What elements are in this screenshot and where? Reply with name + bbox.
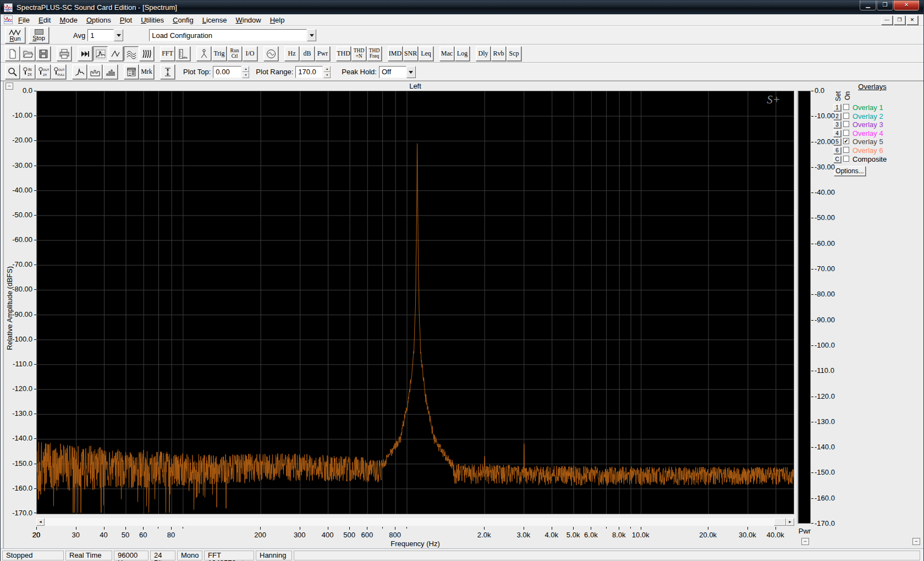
log-button[interactable]: Log <box>455 46 470 61</box>
collapse-meter-button[interactable]: − <box>801 538 809 545</box>
db-units-button[interactable]: dB <box>300 46 315 61</box>
plot-range-input[interactable] <box>295 66 323 78</box>
menu-help[interactable]: Help <box>266 15 289 25</box>
plot-title: Left <box>36 82 794 90</box>
fit-vertical-scale-icon <box>162 67 173 78</box>
plot-range-spinner[interactable]: ▲▼ <box>323 66 331 78</box>
imd-button[interactable]: IMD <box>388 46 403 61</box>
menu-file[interactable]: File <box>14 15 34 25</box>
overlay-set-button-3[interactable]: 3 <box>833 121 841 128</box>
spectrum-client-area: − Left Relative Amplitude (dBFS) S+ ◄ ► … <box>1 81 923 548</box>
fit-vertical-scale-button[interactable] <box>160 64 175 79</box>
save-icon <box>38 48 49 59</box>
time-series-view-button[interactable] <box>108 46 123 61</box>
spectrogram-view-button[interactable] <box>139 46 154 61</box>
menu-utilities[interactable]: Utilities <box>136 15 168 25</box>
trigger-button[interactable]: Trig <box>212 46 227 61</box>
plot-top-input[interactable] <box>213 66 241 78</box>
overlay-checkbox-c[interactable] <box>843 156 849 162</box>
fast-forward-button[interactable] <box>78 46 92 61</box>
macro-button[interactable]: Mac <box>439 46 454 61</box>
calibration-button[interactable] <box>196 46 211 61</box>
new-file-button[interactable] <box>5 46 20 61</box>
save-button[interactable] <box>36 46 51 61</box>
peak-hold-dropdown-arrow[interactable] <box>406 66 416 78</box>
thd-n-button[interactable]: THD+N <box>351 46 366 61</box>
spectrum-plot[interactable]: S+ <box>36 91 794 514</box>
io-device-button[interactable]: I/O <box>243 46 257 61</box>
avg-input[interactable] <box>87 29 114 41</box>
peak-hold-input[interactable] <box>379 66 406 78</box>
overlay-set-button-4[interactable]: 4 <box>833 130 841 137</box>
scroll-right-button[interactable]: ► <box>786 518 794 526</box>
display-options-button[interactable] <box>124 64 139 79</box>
close-button[interactable]: ✕ <box>894 1 919 10</box>
scope-button[interactable]: Scp <box>507 46 521 61</box>
bar-outline-style-button[interactable] <box>87 64 102 79</box>
waterfall-view-button[interactable] <box>124 46 139 61</box>
thd-button[interactable]: THD <box>336 46 351 61</box>
load-configuration-dropdown-arrow[interactable] <box>307 29 316 41</box>
stop-button[interactable]: Stop <box>29 27 49 43</box>
snr-button[interactable]: SNR <box>403 46 418 61</box>
marker-button[interactable]: Mrk <box>139 64 154 79</box>
menu-config[interactable]: Config <box>168 15 198 25</box>
scrollbar-track[interactable] <box>45 518 774 526</box>
y-axis-tick <box>34 464 36 464</box>
overlay-label: Overlay 2 <box>853 112 883 120</box>
overlay-checkbox-6[interactable] <box>843 147 849 153</box>
plot-horizontal-scrollbar[interactable]: ◄ ► <box>36 518 794 526</box>
overlay-row: 4Overlay 4 <box>831 129 923 138</box>
minimize-button[interactable]: ▁ <box>860 1 876 10</box>
menu-edit[interactable]: Edit <box>34 15 55 25</box>
plot-top-spinner[interactable]: ▲▼ <box>242 66 249 78</box>
scrollbar-thumb[interactable] <box>774 518 786 526</box>
scaling-button[interactable] <box>175 46 190 61</box>
status-panel: Real Time <box>65 551 112 560</box>
child-minimize-button[interactable]: — <box>881 15 893 25</box>
bar-graph-style-button[interactable] <box>103 64 118 79</box>
x-axis-tick <box>395 527 395 530</box>
x-axis-title: Frequency (Hz) <box>36 540 794 548</box>
zoom-out-2x-button[interactable]: OUT2X <box>36 64 51 79</box>
thd-freq-button[interactable]: THDFreq <box>367 46 382 61</box>
menu-mode[interactable]: Mode <box>55 15 82 25</box>
child-close-button[interactable]: ✕ <box>906 15 918 25</box>
leq-button[interactable]: Leq <box>419 46 433 61</box>
child-restore-button[interactable]: ❐ <box>894 15 905 25</box>
overlay-checkbox-3[interactable] <box>843 121 849 127</box>
overlay-checkbox-4[interactable] <box>843 130 849 136</box>
scroll-left-button[interactable]: ◄ <box>36 518 45 526</box>
reverb-button[interactable]: Rvb <box>491 46 506 61</box>
power-units-button[interactable]: Pwr <box>315 46 330 61</box>
menu-plot[interactable]: Plot <box>116 15 136 25</box>
menu-window[interactable]: Window <box>231 15 265 25</box>
open-file-button[interactable] <box>20 46 35 61</box>
hz-units-button[interactable]: Hz <box>284 46 299 61</box>
meter-tick-label: -90.00 <box>815 316 845 324</box>
maximize-button[interactable]: ❐ <box>877 1 893 10</box>
load-configuration-input[interactable] <box>149 29 307 41</box>
collapse-overlays-button[interactable]: − <box>912 538 920 545</box>
plot-gridlines <box>37 91 794 514</box>
spectrum-view-button[interactable] <box>93 46 108 61</box>
x-axis-tick <box>747 527 748 530</box>
overlay-checkbox-1[interactable] <box>843 104 849 110</box>
print-button[interactable] <box>57 46 72 61</box>
zoom-in-2x-button[interactable]: IN2X <box>20 64 35 79</box>
line-plot-style-button[interactable] <box>72 64 87 79</box>
overlay-set-button-c[interactable]: C <box>833 156 841 163</box>
overlay-set-button-6[interactable]: 6 <box>833 147 841 154</box>
menu-options[interactable]: Options <box>82 15 116 25</box>
fft-settings-button[interactable]: FFT <box>160 46 175 61</box>
avg-dropdown-arrow[interactable] <box>114 29 123 41</box>
overlay-set-button-1[interactable]: 1 <box>833 104 841 111</box>
y-axis-tick-label: -40.00 <box>1 186 32 194</box>
run-button[interactable]: Run <box>5 27 25 43</box>
zoom-out-full-button[interactable]: OUTFULL <box>51 64 66 79</box>
signal-generator-button[interactable] <box>263 46 278 61</box>
menu-license[interactable]: License <box>198 15 232 25</box>
delay-button[interactable]: Dly <box>476 46 491 61</box>
run-control-button[interactable]: RunCtl <box>227 46 242 61</box>
zoom-button[interactable] <box>5 64 20 79</box>
